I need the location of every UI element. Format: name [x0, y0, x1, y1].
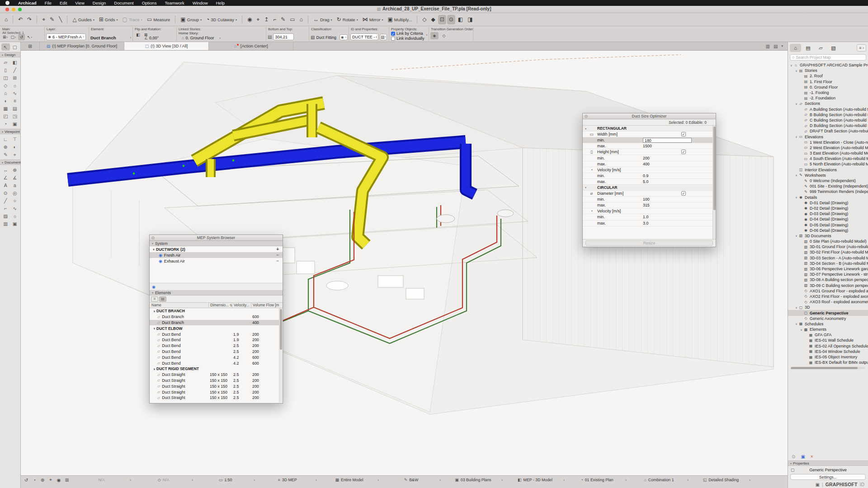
tree-item[interactable]: ▭1 West Elevation - Close (Auto-rebuild …: [788, 140, 868, 145]
duct-item-row[interactable]: ▱Duct Straight150 x 1502.5200: [150, 372, 279, 378]
guides-button[interactable]: △Guides▾: [71, 15, 96, 24]
worksheet-tool[interactable]: ✎: [1, 151, 10, 158]
value-field[interactable]: 1500: [643, 144, 692, 148]
menu-item-teamwork[interactable]: Teamwork: [160, 0, 188, 5]
spline-tool[interactable]: ∿: [10, 205, 19, 212]
drawing-tool[interactable]: ▣: [10, 220, 19, 227]
link-a-button[interactable]: ◇: [420, 15, 428, 24]
tree-item[interactable]: ∨▧3D Documents: [788, 233, 868, 239]
tree-item[interactable]: ▧3D-07 Perspective Linework - street (Au…: [788, 272, 868, 277]
mesh-tool[interactable]: ∿: [10, 89, 19, 97]
camera-icon[interactable]: ▥: [766, 44, 770, 49]
tree-item[interactable]: ∨⌂GRAPHISOFT ARCHICAD Sample Project - H: [788, 62, 868, 68]
menu-item-view[interactable]: View: [71, 0, 88, 5]
morph-tool[interactable]: ◔: [1, 120, 10, 127]
look-to-button[interactable]: ⌂: [298, 15, 305, 24]
zoom-tool-button[interactable]: ⌖: [255, 15, 261, 24]
apple-icon[interactable]: [5, 1, 9, 5]
status-renovation-filter[interactable]: ◔01 Existing Plan›: [566, 477, 628, 483]
drag-button[interactable]: ↔Drag▾: [311, 15, 334, 24]
value-field[interactable]: 3.0: [643, 221, 692, 225]
transition-order-b-button[interactable]: ◇: [440, 32, 448, 39]
tab-overview-icon[interactable]: ⊞: [21, 42, 40, 50]
vertical-scrollbar[interactable]: [279, 308, 282, 403]
pan-icon[interactable]: ⌖: [47, 477, 54, 483]
optimizer-sub-row[interactable]: min.100: [583, 197, 712, 202]
menu-item-options[interactable]: Options: [138, 0, 161, 5]
elevation-value-field[interactable]: 304,21: [273, 33, 294, 40]
optimizer-sub-row[interactable]: min.0.9: [583, 173, 712, 179]
tree-item[interactable]: ✎999 Twinmotion Renders (Independent): [788, 189, 868, 194]
text-tool[interactable]: A: [1, 182, 10, 189]
value-field[interactable]: 200: [643, 156, 692, 160]
interior-elevation-tool[interactable]: ⊕: [1, 143, 10, 150]
duct-item-row[interactable]: ▱Duct Bend1.9200: [150, 331, 279, 337]
window-tool[interactable]: ⊞: [10, 74, 19, 81]
link-b-button[interactable]: ◆: [429, 15, 437, 24]
tree-item[interactable]: ▤-1. Footing: [788, 90, 868, 95]
railing-tool[interactable]: ≡: [10, 97, 19, 104]
find-select-button[interactable]: ⌖: [40, 15, 47, 24]
elevation-tool[interactable]: ⊤: [10, 136, 19, 143]
checkbox-checked[interactable]: ✓: [681, 150, 686, 154]
tree-view-toggle[interactable]: ≡: [151, 296, 158, 302]
tree-item[interactable]: ∨▱Sections: [788, 101, 868, 106]
duct-group-row[interactable]: ∨DUCT BRANCH: [150, 308, 279, 314]
tree-item[interactable]: ∨▭Elevations: [788, 134, 868, 139]
inject-parameters-button[interactable]: ╲: [57, 15, 64, 24]
zoom-back-icon[interactable]: ↺: [23, 477, 30, 483]
horizontal-scrollbar[interactable]: [791, 367, 865, 369]
mirror-button[interactable]: ⋈Mirror▾: [361, 15, 385, 24]
mep-system-item[interactable]: ◉Fresh Air−: [150, 252, 283, 258]
dimension-tool[interactable]: ↔: [1, 166, 10, 174]
tree-item[interactable]: ◇AXO2 First Floor - exploded axonometry …: [788, 294, 868, 299]
tree-item[interactable]: ▤1. First Floor: [788, 79, 868, 84]
beam-tool[interactable]: ╱: [10, 66, 19, 74]
status-segment-a[interactable]: N/A›: [71, 477, 132, 483]
tab-action-center[interactable]: ⌂[Action Center]: [209, 42, 293, 50]
optimizer-sub-row[interactable]: min.1.0: [583, 214, 712, 220]
scrollbar-thumb[interactable]: [713, 127, 716, 210]
column-tool[interactable]: ▯: [1, 66, 10, 74]
snap-guides-button[interactable]: ⊙: [447, 15, 455, 24]
column-header[interactable]: Name: [150, 303, 208, 307]
graphisoft-icon[interactable]: ▣: [815, 482, 819, 487]
remove-system-button[interactable]: −: [276, 253, 279, 258]
level-dimension-tool[interactable]: ∡: [10, 174, 19, 181]
optimizer-sub-row[interactable]: min.180: [583, 137, 712, 143]
tree-item[interactable]: ∨◉Details: [788, 195, 868, 200]
optimizer-sub-row[interactable]: max.3.0: [583, 221, 712, 226]
trace-button[interactable]: ▢Trace▾: [121, 15, 144, 24]
layer-selector[interactable]: ◉6 - MEP.Fresh Air›: [46, 33, 86, 40]
duct-item-row[interactable]: ▱Duct Straight150 x 1502.5200: [150, 389, 279, 395]
tree-item[interactable]: ▧3D-03 Section - A (Auto-rebuild Model): [788, 255, 868, 261]
optimizer-param-row[interactable]: ◔Velocity [m/s]: [583, 208, 712, 214]
tree-item[interactable]: ∨▤Stories: [788, 68, 868, 73]
element-id-field[interactable]: DUCT TEE - 001: [350, 33, 378, 40]
multiply-button[interactable]: ▣Multiply...: [386, 15, 414, 24]
tree-item[interactable]: ▦IES-04 Window Schedule: [788, 349, 868, 354]
duct-item-row[interactable]: ▱Duct Bend2.5200: [150, 349, 279, 355]
polyline-tool[interactable]: ⌐: [1, 205, 10, 212]
hotspot-tool[interactable]: ☼: [10, 212, 19, 220]
chevron-right-icon[interactable]: ›: [219, 37, 220, 40]
duct-item-row[interactable]: ▱Duct Straight150 x 1502.5200: [150, 395, 279, 401]
opening-tool[interactable]: ◰: [1, 113, 10, 120]
value-field[interactable]: 315: [643, 203, 692, 207]
tree-item[interactable]: ▦IES-BX Default for BIMx output: [788, 360, 868, 365]
tab-mep-floorplan[interactable]: ▤(!) MEP Floorplan [0. Ground Floor]: [40, 42, 124, 50]
menu-item-design[interactable]: Design: [89, 0, 110, 5]
optimizer-param-row[interactable]: ⌀Diameter [mm]✓: [583, 191, 712, 197]
flip-button[interactable]: ◧: [135, 32, 142, 38]
spot-tool[interactable]: ◎: [10, 189, 19, 197]
close-icon[interactable]: ×: [811, 454, 813, 459]
column-header[interactable]: Dimensio...⇅: [208, 302, 232, 308]
chevron-right-icon[interactable]: ›: [130, 36, 131, 39]
palette-title-bar[interactable]: MEP System Browser: [150, 235, 283, 241]
label-tool[interactable]: a: [10, 182, 19, 189]
tree-item[interactable]: ▦GFA GFA: [788, 332, 868, 338]
status-layer-combination[interactable]: ≡3D MEP›: [256, 477, 318, 483]
menu-item-document[interactable]: Document: [110, 0, 137, 5]
toolbox-section-design[interactable]: ▾Design: [0, 52, 20, 57]
tree-item[interactable]: ▤-2. Foundation: [788, 95, 868, 101]
